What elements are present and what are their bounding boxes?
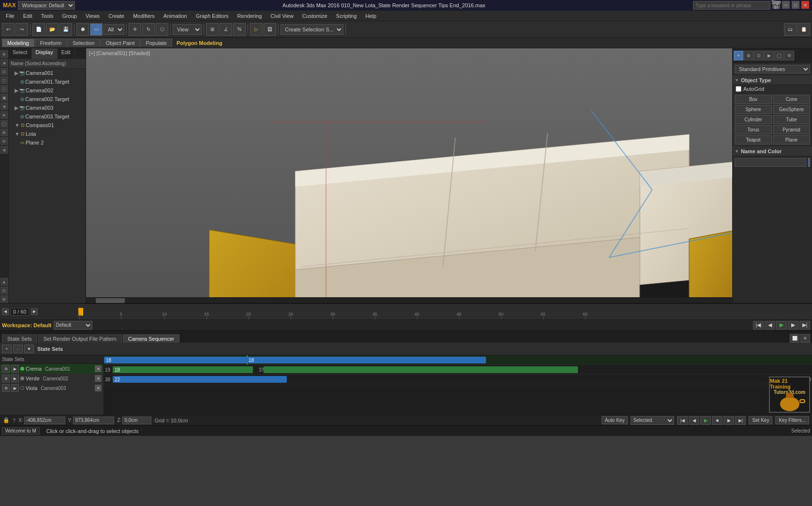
menu-graph-editors[interactable]: Graph Editors xyxy=(192,12,233,20)
y-input[interactable] xyxy=(73,417,114,424)
motion-icon[interactable]: ▶ xyxy=(764,51,774,60)
menu-help[interactable]: Help xyxy=(362,12,381,20)
search-input[interactable] xyxy=(693,1,770,10)
verde-close[interactable]: ✕ xyxy=(95,375,102,382)
cylinder-button[interactable]: Cylinder xyxy=(735,115,772,124)
auto-key-button[interactable]: Auto Key xyxy=(602,416,628,424)
open-button[interactable]: 📂 xyxy=(46,23,59,36)
ss-timeline[interactable]: 18 18 19 18 37 38 22 xyxy=(104,355,812,415)
ss-add-button[interactable]: + xyxy=(2,345,12,353)
object-name-input[interactable] xyxy=(735,158,806,167)
tab-selection[interactable]: Selection xyxy=(67,39,100,47)
tab-render-output[interactable]: Set Render Output File Pattern xyxy=(38,334,122,343)
create-icon[interactable]: ✦ xyxy=(734,51,743,60)
crema-close[interactable]: ✕ xyxy=(95,365,102,372)
verde-render[interactable]: ▶ xyxy=(11,375,19,382)
viewport[interactable]: [+] [Camera001] [Shaded] xyxy=(86,48,732,303)
modify-icon[interactable]: ⊞ xyxy=(744,51,753,60)
move-button[interactable]: ✛ xyxy=(129,23,141,36)
save-button[interactable]: 💾 xyxy=(59,23,72,36)
timeline-left-btn[interactable]: ◀ xyxy=(2,308,9,315)
plane-button[interactable]: Plane xyxy=(773,135,810,145)
bar-crema-1[interactable]: 18 xyxy=(104,357,247,363)
scene-item-plane2[interactable]: ▭ Plane 2 xyxy=(9,138,86,147)
percent-snap[interactable]: % xyxy=(233,23,246,36)
x-input[interactable] xyxy=(24,417,65,424)
mini-end-button[interactable]: ▶| xyxy=(735,416,746,425)
scale-button[interactable]: ⬡ xyxy=(156,23,168,36)
mini-next-button[interactable]: ▶ xyxy=(723,416,734,425)
rotate-button[interactable]: ↻ xyxy=(142,23,155,36)
workspace-dropdown[interactable]: Default xyxy=(54,321,92,330)
ss-float-button[interactable]: ⬜ xyxy=(790,334,799,343)
selection-set-dropdown[interactable]: Create Selection S... xyxy=(281,24,343,35)
bar-viola-1[interactable]: 22 xyxy=(113,376,287,383)
scene-item-camera001-target[interactable]: ◎ Camera001.Target xyxy=(9,77,86,86)
scene-item-camera003[interactable]: ▶ 📷 Camera003 xyxy=(9,103,86,112)
verde-tools[interactable]: ⚙ xyxy=(2,375,10,382)
tab-select[interactable]: Select xyxy=(9,48,32,59)
quick-render-button[interactable]: 🖼 xyxy=(264,23,276,36)
sidebar-icon-bottom-3[interactable]: ⊞ xyxy=(0,295,8,303)
sidebar-icon-1[interactable]: ⊕ xyxy=(0,50,8,58)
select-region-button[interactable]: ▭ xyxy=(90,23,103,36)
prev-frame-button[interactable]: ◀ xyxy=(765,321,775,330)
render-scene-button[interactable]: ▷ xyxy=(250,23,263,36)
menu-views[interactable]: Views xyxy=(82,12,103,20)
name-color-section-header[interactable]: ▼ Name and Color xyxy=(733,146,812,156)
state-row-viola[interactable]: ⚙ ▶ Viola Camera003 ✕ xyxy=(0,383,103,393)
new-scene-button[interactable]: 📄 xyxy=(32,23,45,36)
snap-toggle[interactable]: ⊞ xyxy=(206,23,219,36)
scene-item-camera002[interactable]: ▶ 📷 Camera002 xyxy=(9,86,86,95)
sidebar-icon-10[interactable]: ⊞ xyxy=(0,129,8,136)
key-filters-button[interactable]: Key Filters... xyxy=(775,416,809,424)
menu-group[interactable]: Group xyxy=(58,12,81,20)
select-object-button[interactable]: ⊕ xyxy=(76,23,89,36)
minimize-button[interactable]: ─ xyxy=(782,1,790,9)
hscroll-thumb[interactable] xyxy=(96,298,125,303)
bar-verde-2[interactable] xyxy=(264,366,578,373)
sidebar-icon-12[interactable]: ◈ xyxy=(0,146,8,154)
menu-edit[interactable]: Edit xyxy=(19,12,36,20)
menu-animation[interactable]: Animation xyxy=(160,12,191,20)
ss-expand-button[interactable]: ▼ xyxy=(24,345,34,353)
cone-button[interactable]: Cone xyxy=(773,95,810,104)
crema-tools[interactable]: ⚙ xyxy=(2,365,10,373)
menu-rendering[interactable]: Rendering xyxy=(234,12,266,20)
color-swatch[interactable] xyxy=(808,158,810,167)
sidebar-icon-6[interactable]: ▣ xyxy=(0,94,8,101)
teapot-button[interactable]: Teapot xyxy=(735,135,772,145)
selected-dropdown[interactable]: Selected xyxy=(631,416,674,425)
bar-crema-2[interactable]: 18 xyxy=(247,357,486,363)
tab-object-paint[interactable]: Object Paint xyxy=(101,39,140,47)
box-button[interactable]: Box xyxy=(735,95,772,104)
sidebar-icon-5[interactable]: ⬡ xyxy=(0,85,8,93)
sidebar-icon-8[interactable]: ⊕ xyxy=(0,111,8,119)
menu-scripting[interactable]: Scripting xyxy=(332,12,361,20)
menu-file[interactable]: File xyxy=(2,12,18,20)
tab-display[interactable]: Display xyxy=(32,48,58,59)
sidebar-icon-7[interactable]: ◈ xyxy=(0,102,8,110)
state-row-crema[interactable]: ⚙ ▶ Crema Camera001 ✕ xyxy=(0,364,103,374)
tab-modeling[interactable]: Modeling xyxy=(2,39,34,47)
undo-button[interactable]: ↩ xyxy=(2,23,15,36)
tab-camera-sequencer[interactable]: Camera Sequencer xyxy=(123,334,179,343)
viewport-hscroll[interactable] xyxy=(86,297,732,303)
scene-item-camera002-target[interactable]: ◎ Camera002.Target xyxy=(9,95,86,103)
layer-manager-toggle[interactable]: 📋 xyxy=(797,23,810,36)
scene-explorer-toggle[interactable]: 🗂 xyxy=(784,23,797,36)
set-key-button[interactable]: Set Key xyxy=(749,416,772,424)
hierarchy-icon[interactable]: ⊡ xyxy=(754,51,764,60)
crema-render[interactable]: ▶ xyxy=(11,365,19,373)
ss-close-button[interactable]: ✕ xyxy=(800,334,810,343)
sidebar-icon-9[interactable]: ◯ xyxy=(0,120,8,128)
maximize-button[interactable]: □ xyxy=(792,1,799,9)
scene-item-lota[interactable]: ▼ ⊡ Lota xyxy=(9,130,86,138)
go-start-button[interactable]: |◀ xyxy=(753,321,764,330)
view-dropdown[interactable]: View xyxy=(173,24,202,35)
close-button[interactable]: ✕ xyxy=(801,1,809,9)
play-button[interactable]: ▶ xyxy=(776,321,787,330)
torus-button[interactable]: Torus xyxy=(735,125,772,134)
menu-civil-view[interactable]: Civil View xyxy=(266,12,297,20)
sidebar-icon-4[interactable]: ◻ xyxy=(0,76,8,84)
